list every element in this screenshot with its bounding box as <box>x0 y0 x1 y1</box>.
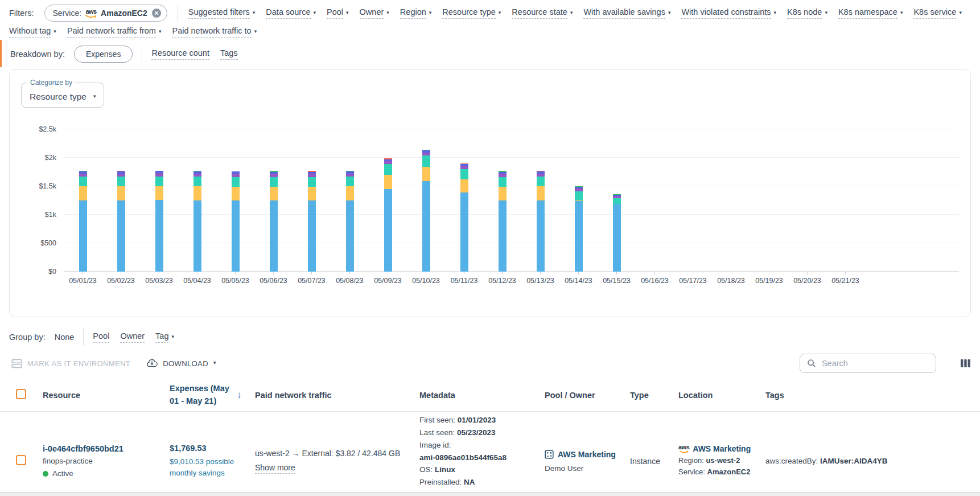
horizontal-scrollbar[interactable] <box>0 492 980 496</box>
x-axis-label-05-17-23: 05/17/23 <box>674 272 712 285</box>
x-axis-label-05-21-23: 05/21/23 <box>826 272 864 285</box>
group-by-owner[interactable]: Owner <box>120 331 145 343</box>
group-by-pool[interactable]: Pool <box>93 331 109 343</box>
search-input[interactable] <box>821 358 929 368</box>
chart-bar-05-01-23[interactable] <box>79 171 87 272</box>
group-by-tag[interactable]: Tag▾ <box>155 331 174 343</box>
chevron-down-icon: ▾ <box>386 10 389 15</box>
x-axis-label-05-15-23: 05/15/23 <box>598 272 636 285</box>
filter-k8s-node[interactable]: K8s node▾ <box>787 7 827 19</box>
chevron-down-icon: ▾ <box>429 10 432 15</box>
tag-value: IAMUser:AIDA4YB <box>820 457 888 465</box>
select-all-checkbox[interactable] <box>16 389 26 399</box>
chart-bar-slot <box>407 129 445 272</box>
aws-icon: aws <box>85 9 97 18</box>
mark-as-it-environment-button[interactable]: MARK AS IT ENVIRONMENT <box>11 359 130 368</box>
filter-paid-network-traffic-from[interactable]: Paid network traffic from▾ <box>67 26 162 38</box>
chart-plot-area: $0$500$1k$1.5k$2k$2.5k <box>64 129 959 272</box>
group-by-tag-label: Tag <box>155 331 168 343</box>
categorize-by-select[interactable]: Categorize by Resource type ▾ <box>21 83 104 108</box>
chevron-down-icon: ▾ <box>570 10 573 15</box>
detail-label: Preinstalled: <box>419 478 464 486</box>
table-header-row: Resource Expenses (May 01 - May 21) ↓ Pa… <box>0 379 980 412</box>
breakdown-option-resource-count[interactable]: Resource count <box>151 48 209 60</box>
breakdown-option-tags[interactable]: Tags <box>220 48 238 60</box>
data-source-link[interactable]: aws AWS Marketing <box>678 444 765 453</box>
chart-segment-series-2-yellow <box>79 186 87 200</box>
chart-bar-05-09-23[interactable] <box>384 158 392 272</box>
chart-bar-05-02-23[interactable] <box>117 171 125 272</box>
detail-line: Last seen: 05/23/2023 <box>419 427 545 439</box>
group-by-value-none[interactable]: None <box>55 333 75 342</box>
detail-label: Service: <box>678 468 707 476</box>
search-input-box[interactable] <box>800 354 936 373</box>
chart-segment-series-3-teal <box>499 177 507 187</box>
chart-segment-series-3-teal <box>193 177 201 186</box>
filter-pool[interactable]: Pool▾ <box>327 7 349 19</box>
chart-bar-05-14-23[interactable] <box>575 186 583 272</box>
chart-bar-05-11-23[interactable] <box>460 163 468 272</box>
location-details: Region: us-west-2Service: AmazonEC2 <box>678 455 765 479</box>
resource-link[interactable]: i-0e464cfbf9650bd21 <box>43 444 170 453</box>
detail-line: Service: AmazonEC2 <box>678 466 765 478</box>
show-more-link[interactable]: Show more <box>255 463 295 474</box>
chart-bar-05-07-23[interactable] <box>308 171 316 272</box>
filter-suggested-filters[interactable]: Suggested filters▾ <box>188 7 256 19</box>
remove-filter-icon[interactable] <box>151 8 162 18</box>
type-cell: Instance <box>630 457 678 466</box>
filter-region[interactable]: Region▾ <box>400 7 431 19</box>
detail-line: Preinstalled: NA <box>419 476 545 489</box>
column-header-tags: Tags <box>765 391 980 400</box>
row-checkbox[interactable] <box>16 455 26 465</box>
resource-group: finops-practice <box>43 457 170 465</box>
filter-without-tag[interactable]: Without tag▾ <box>9 26 56 38</box>
possible-savings-link[interactable]: $9,010.53 possible monthly savings <box>170 456 245 479</box>
chart-segment-series-2-yellow <box>270 187 278 201</box>
metadata-cell: First seen: 01/01/2023Last seen: 05/23/2… <box>419 414 545 496</box>
chart-segment-series-2-yellow <box>232 187 240 201</box>
column-settings-icon[interactable] <box>960 359 971 368</box>
filter-k8s-node-label: K8s node <box>787 7 822 19</box>
filter-chip-service-amazonec2[interactable]: Service: aws AmazonEC2 <box>44 5 167 22</box>
chart-bar-05-05-23[interactable] <box>232 171 240 272</box>
chart-bar-05-06-23[interactable] <box>270 171 278 272</box>
filter-k8s-service[interactable]: K8s service▾ <box>913 7 961 19</box>
chart-bar-05-10-23[interactable] <box>422 150 430 272</box>
chart-segment-series-1-blue <box>117 200 125 272</box>
x-axis-label-05-19-23: 05/19/23 <box>750 272 788 285</box>
chart-bar-slot <box>712 129 750 272</box>
detail-line: OS: Linux <box>419 464 545 476</box>
column-header-expenses[interactable]: Expenses (May 01 - May 21) ↓ <box>170 383 255 407</box>
chart-bar-05-12-23[interactable] <box>499 171 507 272</box>
accent-stripe <box>0 40 2 67</box>
chart-bar-05-04-23[interactable] <box>193 171 201 272</box>
filter-paid-network-traffic-to[interactable]: Paid network traffic to▾ <box>172 26 257 38</box>
axis-tick <box>197 272 197 274</box>
chevron-down-icon: ▾ <box>346 10 349 15</box>
filter-chip-prefix: Service: <box>53 9 82 18</box>
filters-bar: Filters: Service: aws AmazonEC2 Suggeste… <box>0 0 980 23</box>
resource-cell: i-0e464cfbf9650bd21 finops-practice Acti… <box>43 444 170 478</box>
chart-bar-slot <box>674 129 712 272</box>
filter-owner[interactable]: Owner▾ <box>360 7 389 19</box>
expenses-chart-panel: Categorize by Resource type ▾ $0$500$1k$… <box>9 69 971 317</box>
filter-with-available-savings[interactable]: With available savings▾ <box>583 7 670 19</box>
download-button[interactable]: DOWNLOAD ▾ <box>146 358 216 368</box>
filter-data-source[interactable]: Data source▾ <box>266 7 316 19</box>
chart-bar-05-08-23[interactable] <box>346 171 354 272</box>
breakdown-expenses-chip[interactable]: Expenses <box>74 46 133 63</box>
column-header-paid-network-traffic: Paid network traffic <box>255 391 419 400</box>
chart-bar-05-03-23[interactable] <box>155 171 163 272</box>
chevron-down-icon: ▾ <box>668 10 671 15</box>
filter-resource-state[interactable]: Resource state▾ <box>512 7 573 19</box>
chart-segment-series-2-yellow <box>422 167 430 181</box>
pool-link[interactable]: AWS Marketing <box>545 450 630 459</box>
chart-bar-05-15-23[interactable] <box>613 194 621 272</box>
chart-segment-series-1-blue <box>384 189 392 272</box>
chart-bar-05-13-23[interactable] <box>537 171 545 272</box>
filter-resource-type[interactable]: Resource type▾ <box>442 7 501 19</box>
filter-k8s-namespace[interactable]: K8s namespace▾ <box>838 7 903 19</box>
chart-segment-series-2-yellow <box>193 186 201 200</box>
status-active-dot <box>43 471 48 477</box>
filter-with-violated-constraints[interactable]: With violated constraints▾ <box>681 7 776 19</box>
